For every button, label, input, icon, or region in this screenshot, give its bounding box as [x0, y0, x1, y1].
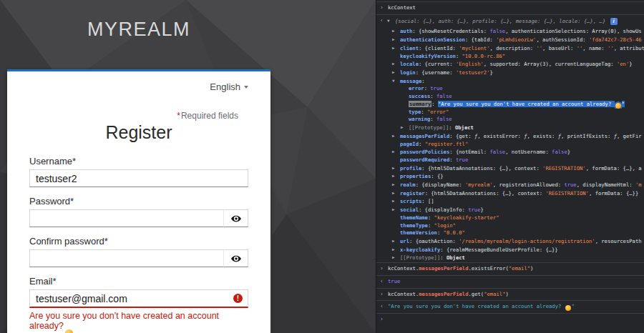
expand-triangle-icon[interactable]: ▶	[392, 172, 400, 180]
console-token: [[Prototype]]	[400, 254, 440, 261]
expand-triangle-icon[interactable]: ▶	[392, 44, 400, 52]
console-token: )	[505, 291, 508, 297]
console-token: "error"	[427, 109, 449, 115]
console-token: "10.0.0-rc.86"	[462, 53, 506, 59]
collapse-triangle-icon[interactable]: ▼	[392, 77, 400, 85]
confirm-password-reveal-button[interactable]	[223, 249, 248, 267]
expand-triangle-icon[interactable]: ▶	[392, 60, 400, 68]
expand-triangle-icon[interactable]: ▶	[392, 148, 400, 156]
console-token: themeName	[400, 214, 428, 221]
expand-triangle-icon[interactable]: ▶	[392, 36, 400, 44]
console-prompt-line[interactable]: ›	[376, 313, 644, 324]
console-tree-row: themeVersion: "0.0.0"	[376, 229, 644, 237]
console-token: register	[400, 190, 425, 197]
console-token: warning	[409, 116, 430, 122]
prompt-chevron-icon: ›	[380, 316, 387, 324]
username-input[interactable]	[29, 169, 248, 187]
locale-selector[interactable]: English	[210, 81, 248, 92]
console-token: .existsError(	[469, 265, 509, 272]
required-asterisk: *	[177, 111, 180, 121]
console-tree-row: themeType: "login"	[376, 222, 644, 230]
console-token: social	[400, 207, 419, 213]
console-token: "	[622, 101, 625, 107]
console-token: :	[430, 93, 436, 99]
console-token: profile	[400, 165, 421, 172]
console-token: :	[421, 109, 427, 115]
expand-triangle-icon[interactable]: ▶	[392, 164, 400, 172]
expand-triangle-icon[interactable]: ▶	[392, 27, 400, 35]
console-token: , notUsername:	[505, 149, 552, 155]
console-token: :	[424, 85, 431, 91]
collapse-triangle-icon[interactable]: ▼	[387, 17, 395, 25]
console-token: , currentLanguageTag:	[549, 61, 617, 67]
username-field-group: Username*	[29, 156, 248, 187]
console-tree-row: ▶url: {oauthAction: '/realms/myrealm/log…	[376, 237, 644, 246]
console-tree-row: ▶auth: {showResetCredentials: false, aut…	[376, 27, 644, 36]
expand-triangle-icon[interactable]: ▶	[392, 197, 400, 205]
register-card: English *Required fields Register Userna…	[7, 69, 270, 333]
thinking-emoji-icon: 🤔	[565, 305, 571, 311]
realm-brand-title: MYREALM	[7, 19, 270, 41]
console-tree-row: ▶social: {displayInfo: true}	[376, 206, 644, 214]
expand-triangle-icon[interactable]: ▶	[392, 181, 400, 189]
console-token: )	[530, 265, 533, 272]
console-token: 'REGISTRATION'	[545, 190, 589, 197]
console-token: 'pLmhdieozLw'	[496, 36, 536, 43]
console-token: 'm	[635, 182, 642, 188]
console-token: kcContext.	[388, 291, 419, 297]
result-arrow-icon: ‹	[380, 303, 387, 311]
console-token: }	[567, 149, 570, 155]
console-tree-row: ▶[[Prototype]]: Object	[376, 254, 644, 262]
email-input[interactable]	[29, 289, 248, 308]
console-tree-row: ▶realm: {displayName: 'myrealm', registr…	[376, 181, 644, 189]
expand-triangle-icon[interactable]: ▶	[401, 124, 409, 131]
console-token: "email"	[484, 291, 505, 297]
console-tree-row: warning: false	[376, 116, 644, 124]
console-token: 'testuser2'	[456, 69, 490, 76]
expand-triangle-icon[interactable]: ▶	[392, 246, 400, 254]
console-token: , exists:	[527, 133, 557, 139]
page-title: Register	[29, 122, 248, 143]
console-token: Array(0)	[592, 28, 617, 34]
console-token: : {showResetCredentials:	[412, 28, 489, 34]
console-token: '/realms/myrealm/login-actions/registrat…	[459, 238, 595, 244]
console-tree-row: ▶profile: {html5DataAnnotations: {…}, co…	[376, 164, 644, 173]
expand-triangle-icon[interactable]: ▶	[392, 69, 400, 76]
console-tree-row: passwordRequired: true	[376, 156, 644, 164]
expand-triangle-icon[interactable]: ▶	[392, 254, 400, 262]
result-arrow-icon: ‹	[380, 278, 387, 286]
console-token: :	[421, 78, 424, 84]
expand-triangle-icon[interactable]: ▶	[392, 237, 400, 245]
result-arrow-icon: ‹	[380, 17, 387, 25]
console-token: , printIfExists:	[561, 133, 614, 139]
console-token: themeType	[400, 222, 428, 229]
console-token: success	[409, 93, 430, 99]
console-token: :	[437, 229, 444, 236]
console-token: 'fda742c7-28c5-46	[589, 36, 642, 43]
console-tree-row: keycloakifyVersion: "10.0.0-rc.86"	[376, 53, 644, 61]
password-field-group: Password*	[29, 196, 248, 227]
eye-icon	[231, 215, 241, 222]
console-token: :	[428, 214, 434, 221]
eye-icon	[231, 255, 241, 262]
confirm-password-input[interactable]	[29, 249, 223, 267]
console-token: 'English'	[456, 61, 484, 67]
console-token: : {tabId:	[465, 36, 496, 43]
console-token: : {get:	[449, 133, 474, 139]
console-cmd-line: ›kcContext.messagesPerField.existsError(…	[376, 262, 644, 275]
console-token: : {oauthAction:	[409, 238, 459, 244]
console-tree-row: ▶properties: {}	[376, 172, 644, 181]
confirm-password-label: Confirm password*	[29, 236, 248, 247]
password-reveal-button[interactable]	[223, 209, 248, 227]
expand-triangle-icon[interactable]: ▶	[392, 206, 400, 214]
expand-triangle-icon[interactable]: ▶	[392, 189, 400, 197]
console-tree-row: ▶x-keycloakify: {realmMessageBundleUserP…	[376, 246, 644, 254]
chevron-down-icon	[244, 86, 248, 89]
expand-triangle-icon[interactable]: ▶	[392, 132, 400, 140]
console-token: Object	[447, 254, 465, 261]
console-token: }	[629, 61, 632, 67]
console-token: true	[388, 278, 400, 284]
thinking-emoji-icon: 🤔	[615, 103, 621, 109]
console-token: true	[456, 156, 468, 163]
password-input[interactable]	[29, 209, 223, 227]
